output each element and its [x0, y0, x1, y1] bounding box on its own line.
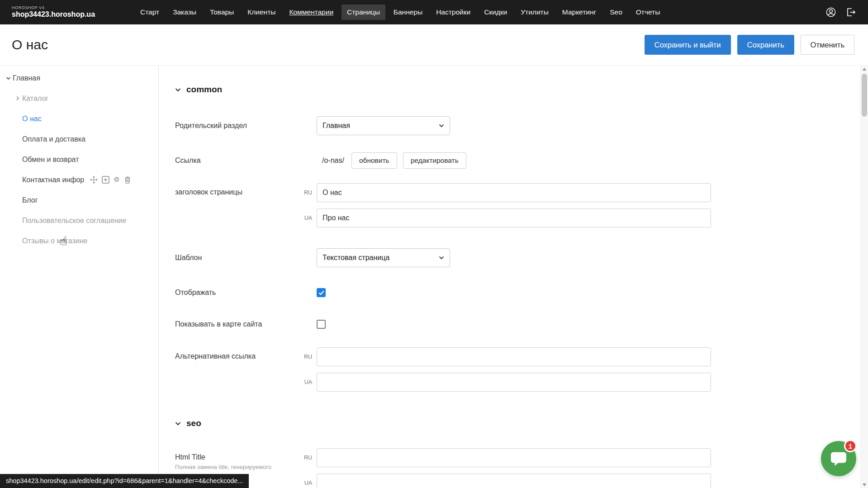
sidebar-item-obmen-i-vozvrat[interactable]: Обмен и возврат [0, 149, 158, 170]
chat-bubble-icon [830, 450, 847, 467]
chat-unread-badge: 1 [844, 440, 857, 452]
sidebar-item-katalog[interactable]: Каталог [0, 88, 158, 109]
drag-move-icon[interactable] [90, 176, 98, 184]
html-title-row: Html Title Полная замена title, генериру… [175, 448, 868, 488]
parent-section-select[interactable]: Главная [317, 116, 450, 135]
field-label: Ссылка [175, 156, 294, 165]
lang-badge-ua: UA [294, 480, 317, 486]
page-title-row: заголовок страницы RU UA [175, 183, 868, 227]
scroll-down-arrow-icon[interactable] [863, 483, 866, 486]
sidebar-item-label: Отзывы о магазине [22, 237, 88, 245]
caret-right-icon[interactable] [13, 96, 22, 101]
brand-domain: shop34423.horoshop.ua [12, 10, 119, 19]
brand[interactable]: HOROSHOP V4 shop34423.horoshop.ua [12, 6, 119, 18]
page-edit-form: common Родительский раздел Главная Ссылк… [159, 66, 868, 488]
nav-comments[interactable]: Комментарии [284, 5, 339, 20]
brand-version: HOROSHOP V4 [12, 6, 119, 10]
display-checkbox[interactable] [317, 288, 326, 297]
pages-tree-sidebar: Главная Каталог О нас Оплата и доставка … [0, 66, 159, 488]
add-subpage-icon[interactable] [102, 176, 109, 184]
nav-seo[interactable]: Seo [604, 5, 628, 20]
nav-settings[interactable]: Настройки [431, 5, 476, 20]
field-label-text: Html Title [175, 453, 294, 461]
field-label: заголовок страницы [175, 183, 294, 196]
sidebar-item-label: Пользовательское соглашение [22, 217, 126, 225]
check-icon [318, 290, 324, 295]
chevron-down-icon [175, 88, 181, 92]
html-title-input-ru[interactable] [317, 448, 711, 467]
link-path-value: /o-nas/ [317, 156, 344, 165]
lang-badge-ua: UA [294, 215, 317, 221]
sidebar-item-o-nas[interactable]: О нас [0, 109, 158, 129]
status-url-tooltip: shop34423.horoshop.ua/edit/edit.php?id=6… [0, 474, 249, 488]
save-and-exit-button[interactable]: Сохранить и выйти [645, 35, 731, 55]
page-title-input-ru[interactable] [317, 183, 711, 202]
field-label: Родительский раздел [175, 122, 294, 130]
sitemap-checkbox[interactable] [317, 320, 326, 329]
template-select[interactable]: Текстовая страница [317, 248, 450, 267]
field-label: Шаблон [175, 254, 294, 262]
nav-products[interactable]: Товары [204, 5, 239, 20]
alt-link-row: Альтернативная ссылка RU UA [175, 347, 868, 392]
nav-marketing[interactable]: Маркетинг [557, 5, 602, 20]
main-menu: Старт Заказы Товары Клиенты Комментарии … [135, 5, 665, 20]
field-label: Альтернативная ссылка [175, 347, 294, 360]
nav-discounts[interactable]: Скидки [479, 5, 512, 20]
html-title-input-ua[interactable] [317, 474, 711, 488]
field-label: Показывать в карте сайта [175, 320, 294, 328]
sidebar-item-otzyvy-o-magazine[interactable]: Отзывы о магазине [0, 231, 158, 251]
field-label: Html Title Полная замена title, генериру… [175, 448, 294, 471]
sitemap-row: Показывать в карте сайта [175, 320, 868, 329]
nav-utilities[interactable]: Утилиты [515, 5, 554, 20]
cancel-button[interactable]: Отменить [801, 35, 854, 55]
lang-badge-ru: RU [294, 190, 317, 196]
link-update-button[interactable]: обновить [351, 152, 397, 169]
scroll-up-arrow-icon[interactable] [863, 68, 866, 71]
sidebar-item-kontaktnaya-infor[interactable]: Контактная инфор ⚙ [0, 170, 158, 190]
chevron-down-icon [439, 256, 444, 260]
page-header: О нас Сохранить и выйти Сохранить Отмени… [0, 24, 868, 65]
sidebar-item-label: Блог [22, 196, 38, 204]
page-title: О нас [12, 37, 48, 52]
nav-orders[interactable]: Заказы [167, 5, 202, 20]
nav-start[interactable]: Старт [135, 5, 165, 20]
alt-link-input-ru[interactable] [317, 347, 711, 366]
page-title-input-ua[interactable] [317, 208, 711, 227]
sidebar-item-label: О нас [22, 115, 42, 123]
field-hint: Полная замена title, генерируемого [175, 464, 284, 471]
caret-down-icon[interactable] [4, 76, 13, 80]
nav-clients[interactable]: Клиенты [242, 5, 281, 20]
sidebar-item-polzovatelskoe-soglashenie[interactable]: Пользовательское соглашение [0, 210, 158, 231]
user-account-icon[interactable] [825, 7, 836, 18]
section-seo[interactable]: seo [175, 418, 868, 428]
field-label: Отображать [175, 289, 294, 297]
sidebar-item-label: Каталог [22, 95, 48, 103]
delete-trash-icon[interactable] [124, 176, 131, 184]
logout-icon[interactable] [845, 7, 856, 18]
sidebar-item-label: Оплата и доставка [22, 135, 85, 143]
nav-reports[interactable]: Отчеты [631, 5, 666, 20]
chat-launcher-button[interactable]: 1 [821, 441, 856, 476]
parent-section-row: Родительский раздел Главная [175, 116, 868, 135]
sidebar-item-glavnaya[interactable]: Главная [0, 68, 158, 88]
template-row: Шаблон Текстовая страница [175, 248, 868, 267]
content-scrollbar[interactable] [860, 66, 868, 488]
chevron-down-icon [175, 422, 181, 426]
sidebar-item-label: Обмен и возврат [22, 156, 79, 164]
settings-gear-icon[interactable]: ⚙ [114, 176, 119, 183]
link-row: Ссылка /o-nas/ обновить редактировать [175, 152, 868, 169]
topbar: HOROSHOP V4 shop34423.horoshop.ua Старт … [0, 0, 868, 24]
save-button[interactable]: Сохранить [737, 35, 794, 55]
lang-badge-ua: UA [294, 379, 317, 385]
alt-link-input-ua[interactable] [317, 373, 711, 392]
nav-pages[interactable]: Страницы [342, 5, 385, 20]
link-edit-button[interactable]: редактировать [403, 152, 466, 169]
nav-banners[interactable]: Баннеры [388, 5, 428, 20]
scrollbar-thumb[interactable] [862, 74, 867, 117]
sidebar-item-oplata-i-dostavka[interactable]: Оплата и доставка [0, 129, 158, 149]
chevron-down-icon [439, 124, 444, 128]
sidebar-item-blog[interactable]: Блог [0, 190, 158, 210]
section-common[interactable]: common [175, 85, 868, 95]
sidebar-item-label: Контактная инфор [22, 176, 84, 184]
lang-badge-ru: RU [294, 455, 317, 461]
